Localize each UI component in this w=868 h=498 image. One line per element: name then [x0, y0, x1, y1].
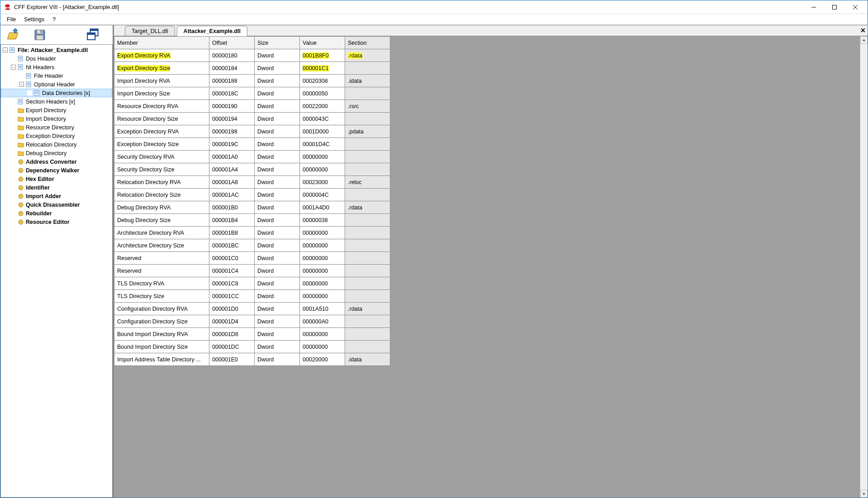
- cell-offset[interactable]: 00000180: [209, 49, 255, 62]
- tree-optional-header[interactable]: −Optional Header: [1, 80, 112, 89]
- tree-expander-icon[interactable]: −: [19, 82, 24, 87]
- cell-value[interactable]: 00000000: [300, 252, 345, 265]
- cell-size[interactable]: Dword: [255, 138, 300, 151]
- tree-rebuilder[interactable]: Rebuilder: [1, 209, 112, 218]
- cell-member[interactable]: Export Directory Size: [114, 62, 209, 75]
- cell-member[interactable]: Configuration Directory RVA: [114, 303, 209, 315]
- table-row[interactable]: Import Directory Size0000018CDword000000…: [114, 87, 390, 100]
- cell-value[interactable]: 00020308: [300, 75, 345, 87]
- cell-offset[interactable]: 00000184: [209, 62, 255, 75]
- cell-offset[interactable]: 0000019C: [209, 138, 255, 151]
- cell-member[interactable]: Bound Import Directory RVA: [114, 328, 209, 341]
- cell-section[interactable]: [345, 265, 390, 277]
- tree-dos-header[interactable]: Dos Header: [1, 54, 112, 63]
- tree-section-headers[interactable]: Section Headers [x]: [1, 97, 112, 106]
- cell-member[interactable]: Security Directory RVA: [114, 151, 209, 163]
- table-row[interactable]: Exception Directory RVA00000198Dword0001…: [114, 125, 390, 138]
- tree-resource-directory[interactable]: Resource Directory: [1, 123, 112, 132]
- cell-offset[interactable]: 000001DC: [209, 341, 255, 353]
- cell-section[interactable]: .rdata: [345, 201, 390, 214]
- tree-relocation-directory[interactable]: Relocation Directory: [1, 140, 112, 149]
- cell-section[interactable]: [345, 252, 390, 265]
- cell-value[interactable]: 00001D4C: [300, 138, 345, 151]
- tree-expander-icon[interactable]: −: [3, 47, 8, 52]
- cell-size[interactable]: Dword: [255, 100, 300, 113]
- cell-offset[interactable]: 000001A4: [209, 163, 255, 176]
- cell-member[interactable]: Exception Directory RVA: [114, 125, 209, 138]
- table-row[interactable]: Relocation Directory Size000001ACDword00…: [114, 189, 390, 201]
- windows-icon[interactable]: [86, 28, 100, 42]
- tab-target-dll[interactable]: Target_DLL.dll: [125, 26, 175, 36]
- cell-value[interactable]: 00000000: [300, 227, 345, 239]
- tree-debug-directory[interactable]: Debug Directory: [1, 149, 112, 157]
- cell-section[interactable]: [345, 189, 390, 201]
- cell-section[interactable]: [345, 341, 390, 353]
- cell-value[interactable]: 00023000: [300, 176, 345, 189]
- table-row[interactable]: Security Directory RVA000001A0Dword00000…: [114, 151, 390, 163]
- table-row[interactable]: Architecture Directory Size000001BCDword…: [114, 239, 390, 252]
- tree-quick-disassembler[interactable]: Quick Disassembler: [1, 200, 112, 209]
- table-row[interactable]: Relocation Directory RVA000001A8Dword000…: [114, 176, 390, 189]
- cell-member[interactable]: Reserved: [114, 265, 209, 277]
- cell-size[interactable]: Dword: [255, 353, 300, 366]
- cell-section[interactable]: [345, 239, 390, 252]
- cell-section[interactable]: .idata: [345, 353, 390, 366]
- tree-data-directories[interactable]: Data Directories [x]: [1, 89, 112, 97]
- cell-value[interactable]: 00022000: [300, 100, 345, 113]
- cell-value[interactable]: 00000000: [300, 341, 345, 353]
- cell-value[interactable]: 00000000: [300, 290, 345, 303]
- table-row[interactable]: Reserved000001C4Dword00000000: [114, 265, 390, 277]
- tree-dependency-walker[interactable]: Dependency Walker: [1, 166, 112, 175]
- table-row[interactable]: Debug Directory RVA000001B0Dword0001A4D0…: [114, 201, 390, 214]
- cell-size[interactable]: Dword: [255, 125, 300, 138]
- cell-section[interactable]: [345, 227, 390, 239]
- table-row[interactable]: Bound Import Directory Size000001DCDword…: [114, 341, 390, 353]
- cell-size[interactable]: Dword: [255, 265, 300, 277]
- cell-member[interactable]: Import Directory RVA: [114, 75, 209, 87]
- cell-value[interactable]: 00000000: [300, 277, 345, 290]
- table-row[interactable]: Configuration Directory RVA000001D0Dword…: [114, 303, 390, 315]
- cell-member[interactable]: TLS Directory Size: [114, 290, 209, 303]
- cell-value[interactable]: 00000000: [300, 239, 345, 252]
- cell-member[interactable]: Debug Directory RVA: [114, 201, 209, 214]
- cell-member[interactable]: Export Directory RVA: [114, 49, 209, 62]
- cell-member[interactable]: Reserved: [114, 252, 209, 265]
- cell-value[interactable]: 00000000: [300, 163, 345, 176]
- cell-section[interactable]: [345, 138, 390, 151]
- cell-value[interactable]: 0001B8F0: [300, 49, 345, 62]
- menu-settings[interactable]: Settings: [20, 15, 48, 24]
- table-row[interactable]: Configuration Directory Size000001D4Dwor…: [114, 315, 390, 328]
- col-header-value[interactable]: Value: [300, 37, 345, 49]
- vertical-scrollbar[interactable]: [860, 36, 868, 498]
- cell-section[interactable]: [345, 277, 390, 290]
- table-row[interactable]: TLS Directory Size000001CCDword00000000: [114, 290, 390, 303]
- cell-section[interactable]: [345, 113, 390, 125]
- cell-size[interactable]: Dword: [255, 163, 300, 176]
- tree-file-root[interactable]: −File: Attacker_Example.dll: [1, 46, 112, 54]
- tree-file-header[interactable]: File Header: [1, 71, 112, 80]
- cell-value[interactable]: 000001C1: [300, 62, 345, 75]
- cell-offset[interactable]: 000001B0: [209, 201, 255, 214]
- cell-member[interactable]: Exception Directory Size: [114, 138, 209, 151]
- cell-size[interactable]: Dword: [255, 214, 300, 227]
- tab-attacker-dll[interactable]: Attacker_Example.dll: [177, 26, 247, 36]
- tree-resource-editor[interactable]: Resource Editor: [1, 218, 112, 226]
- cell-value[interactable]: 000000A0: [300, 315, 345, 328]
- cell-size[interactable]: Dword: [255, 151, 300, 163]
- table-row[interactable]: Security Directory Size000001A4Dword0000…: [114, 163, 390, 176]
- cell-size[interactable]: Dword: [255, 189, 300, 201]
- scroll-down-icon[interactable]: [860, 490, 868, 498]
- cell-offset[interactable]: 0000018C: [209, 87, 255, 100]
- cell-size[interactable]: Dword: [255, 315, 300, 328]
- data-table-wrap[interactable]: Member Offset Size Value Section Export …: [114, 36, 868, 498]
- maximize-button[interactable]: [824, 0, 845, 14]
- cell-size[interactable]: Dword: [255, 176, 300, 189]
- menu-help[interactable]: ?: [49, 15, 59, 24]
- cell-member[interactable]: Configuration Directory Size: [114, 315, 209, 328]
- table-row[interactable]: Import Directory RVA00000188Dword0002030…: [114, 75, 390, 87]
- cell-member[interactable]: Bound Import Directory Size: [114, 341, 209, 353]
- table-row[interactable]: Resource Directory RVA00000190Dword00022…: [114, 100, 390, 113]
- table-row[interactable]: Resource Directory Size00000194Dword0000…: [114, 113, 390, 125]
- cell-section[interactable]: .idata: [345, 75, 390, 87]
- cell-value[interactable]: 0001D000: [300, 125, 345, 138]
